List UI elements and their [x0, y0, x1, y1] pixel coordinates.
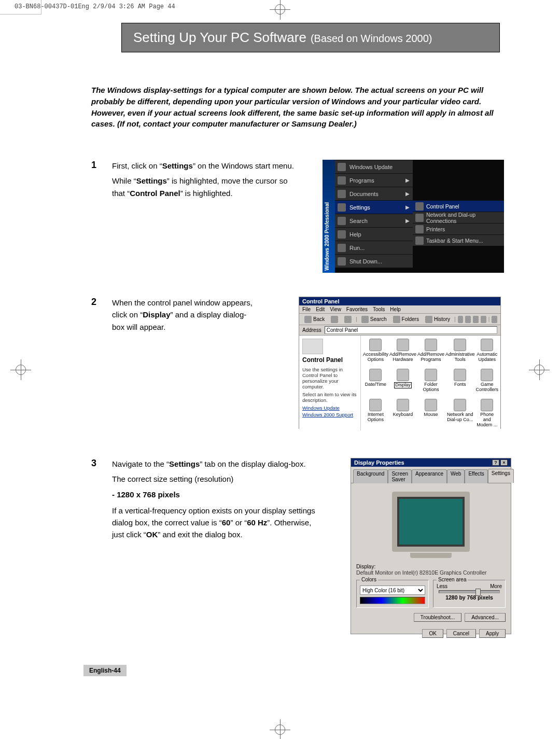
- folders-button[interactable]: Folders: [391, 315, 421, 324]
- toolbar-icon[interactable]: [473, 316, 479, 323]
- cp-icon-game[interactable]: Game Controllers: [475, 369, 498, 397]
- submenu-item-network[interactable]: Network and Dial-up Connections: [413, 212, 504, 223]
- startmenu-item-settings[interactable]: Settings▶: [335, 200, 413, 214]
- label: Network and Dial-up Co...: [447, 412, 473, 422]
- cp-icon-fonts[interactable]: Fonts: [445, 369, 475, 397]
- label: Phone and Modem ...: [477, 412, 497, 427]
- cp-icon-mouse[interactable]: Mouse: [417, 399, 444, 427]
- cp-icon-add-programs[interactable]: Add/Remove Programs: [417, 339, 444, 367]
- submenu-item-taskbar[interactable]: Taskbar & Start Menu...: [413, 234, 504, 246]
- label: Network and Dial-up Connections: [426, 212, 504, 224]
- submenu-item-control-panel[interactable]: Control Panel: [413, 200, 504, 212]
- label: Windows Update: [349, 164, 393, 170]
- cancel-button[interactable]: Cancel: [446, 629, 476, 638]
- chevron-right-icon: ▶: [405, 204, 410, 210]
- search-button[interactable]: Search: [359, 315, 389, 324]
- toolbar-icon[interactable]: [492, 316, 497, 323]
- step-text: When the control panel window appears, c…: [112, 297, 257, 336]
- cp-icon-datetime[interactable]: Date/Time: [363, 369, 388, 397]
- screenshot-control-panel: Control Panel File Edit View Favorites T…: [299, 297, 501, 429]
- menu-help[interactable]: Help: [390, 306, 401, 312]
- forward-button[interactable]: [329, 315, 340, 324]
- up-button[interactable]: [342, 315, 354, 324]
- help-icon: [338, 230, 346, 239]
- close-button[interactable]: ×: [500, 459, 508, 466]
- link-windows-update[interactable]: Windows Update: [302, 405, 357, 411]
- apply-button[interactable]: Apply: [479, 629, 506, 638]
- label: Programs: [349, 177, 374, 184]
- step-number: 3: [91, 458, 112, 469]
- label: Shut Down...: [349, 258, 382, 264]
- startmenu-item-shutdown[interactable]: Shut Down...: [335, 254, 413, 268]
- cp-icon-keyboard[interactable]: Keyboard: [389, 399, 416, 427]
- cp-icon-internet[interactable]: Internet Options: [363, 399, 388, 427]
- tab-appearance[interactable]: Appearance: [412, 469, 447, 483]
- startmenu-item-documents[interactable]: Documents▶: [335, 187, 413, 200]
- troubleshoot-button[interactable]: Troubleshoot...: [414, 613, 461, 622]
- tab-screensaver[interactable]: Screen Saver: [388, 469, 412, 483]
- advanced-button[interactable]: Advanced...: [465, 613, 506, 622]
- less-label: Less: [437, 583, 447, 589]
- colors-select[interactable]: High Color (16 bit): [360, 585, 425, 595]
- address-input[interactable]: [325, 326, 497, 334]
- resolution-value: 1280 by 768 pixels: [437, 594, 502, 601]
- screenshot-display-properties: Display Properties ? × Background Screen…: [319, 458, 511, 634]
- tab-background[interactable]: Background: [353, 469, 388, 483]
- label: Administrative Tools: [445, 352, 475, 362]
- history-button[interactable]: History: [423, 315, 452, 324]
- startmenu-item-run[interactable]: Run...: [335, 241, 413, 254]
- toolbar-icon[interactable]: [458, 316, 464, 323]
- menu-file[interactable]: File: [302, 306, 311, 312]
- label: Help: [349, 231, 361, 238]
- slider-thumb[interactable]: [475, 589, 481, 596]
- help-button[interactable]: ?: [492, 459, 499, 466]
- windows-update-icon: [338, 163, 346, 171]
- label: Printers: [426, 226, 445, 232]
- history-icon: [425, 316, 432, 323]
- tab-web[interactable]: Web: [447, 469, 465, 483]
- cp-icon-auto-updates[interactable]: Automatic Updates: [475, 339, 498, 367]
- hardware-icon: [397, 339, 409, 351]
- txt-60: 60: [222, 518, 231, 527]
- label: Game Controllers: [475, 382, 498, 392]
- cp-icon-add-hardware[interactable]: Add/Remove Hardware: [389, 339, 416, 367]
- cp-icon-admin-tools[interactable]: Administrative Tools: [445, 339, 475, 367]
- address-label: Address: [302, 327, 321, 333]
- startmenu-item-windows-update[interactable]: Windows Update: [335, 160, 413, 173]
- resolution-slider[interactable]: [439, 590, 500, 593]
- control-panel-sidebar: Control Panel Use the settings in Contro…: [299, 336, 361, 430]
- label: Search: [349, 218, 368, 224]
- sidebar-heading: Control Panel: [302, 356, 357, 364]
- startmenu-item-programs[interactable]: Programs▶: [335, 173, 413, 187]
- cp-icon-phone[interactable]: Phone and Modem ...: [475, 399, 498, 427]
- keyboard-icon: [397, 399, 409, 411]
- startmenu-item-help[interactable]: Help: [335, 227, 413, 241]
- submenu-item-printers[interactable]: Printers: [413, 223, 504, 234]
- ok-button[interactable]: OK: [422, 629, 443, 638]
- link-windows-2000-support[interactable]: Windows 2000 Support: [302, 412, 357, 417]
- game-icon: [481, 369, 493, 381]
- label: Folder Options: [423, 382, 439, 392]
- menu-tools[interactable]: Tools: [373, 306, 385, 312]
- cp-icon-folder-options[interactable]: Folder Options: [417, 369, 444, 397]
- txt: ” is highlighted.: [180, 189, 233, 198]
- toolbar-icon[interactable]: [481, 316, 486, 323]
- cp-icon-accessibility[interactable]: Accessibility Options: [363, 339, 388, 367]
- menu-edit[interactable]: Edit: [316, 306, 325, 312]
- txt: First, click on “: [112, 161, 162, 170]
- menu-favorites[interactable]: Favorites: [346, 306, 368, 312]
- cp-icon-network[interactable]: Network and Dial-up Co...: [445, 399, 475, 427]
- tab-effects[interactable]: Effects: [465, 469, 487, 483]
- cp-icon-display[interactable]: Display: [389, 369, 416, 397]
- page-number: English-44: [83, 665, 127, 676]
- label: Internet Options: [368, 412, 384, 422]
- startmenu-item-search[interactable]: Search▶: [335, 214, 413, 227]
- tab-settings[interactable]: Settings: [488, 469, 514, 483]
- toolbar-icon[interactable]: [465, 316, 471, 323]
- label: Automatic Updates: [477, 352, 497, 362]
- menu-view[interactable]: View: [330, 306, 341, 312]
- txt: Navigate to the “: [112, 459, 169, 468]
- label: Add/Remove Programs: [417, 352, 444, 362]
- label: Control Panel: [426, 203, 459, 210]
- back-button[interactable]: Back: [302, 315, 327, 324]
